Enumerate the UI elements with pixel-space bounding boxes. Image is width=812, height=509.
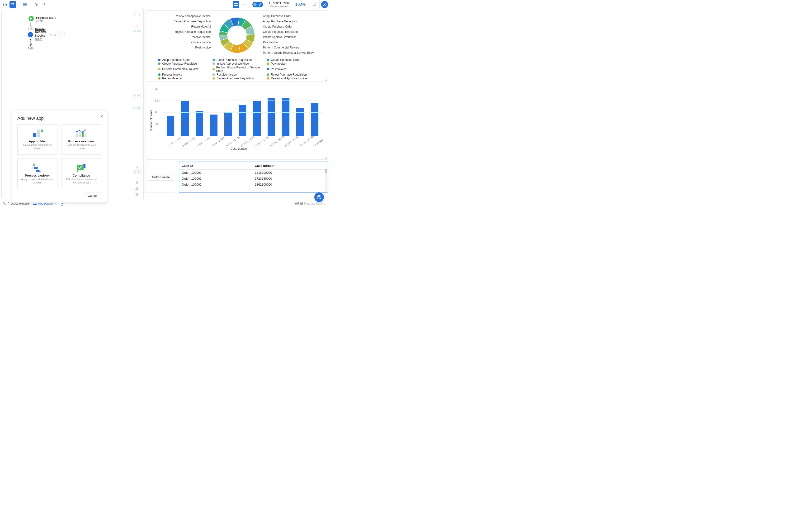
donut-label: Initiate Approval Workflow — [263, 35, 296, 39]
legend-item[interactable]: Initiate Approval Workflow — [213, 62, 261, 65]
bar[interactable] — [311, 103, 319, 136]
svg-rect-54 — [77, 170, 78, 172]
te-tile[interactable]: TE — [9, 1, 16, 8]
svg-rect-7 — [5, 5, 5, 6]
bar[interactable] — [267, 98, 275, 136]
legend-item[interactable]: Pay Invoice — [267, 62, 316, 65]
user-avatar[interactable] — [321, 1, 328, 8]
donut-label: Review and Approve Invoice — [175, 14, 211, 18]
card-process-explorer[interactable]: Process explorer Analyze and understand … — [17, 159, 58, 189]
left-pane: Process start 13.93k 8.08k Create Purcha… — [0, 9, 144, 200]
legend-item[interactable]: Create Purchase Order — [267, 58, 316, 62]
table-row[interactable]: Order_1000021862100000 — [179, 181, 328, 188]
top-bar: TE + 13.93k/13.93k Cases selected 100% — [0, 0, 330, 9]
legend-item[interactable]: Perform Goods Receipt or Service Entry — [213, 66, 261, 72]
legend-item[interactable]: Perform Commercial Review — [158, 66, 207, 72]
collapse-icon[interactable] — [4, 195, 8, 195]
visibility-toggle[interactable] — [252, 2, 263, 7]
svg-rect-0 — [3, 3, 4, 3]
brand-label: ARISProcess Mining — [295, 202, 325, 205]
bar-chart[interactable]: 05001k1.5k2k — [162, 89, 323, 136]
x-axis-label: Case duration — [154, 147, 325, 150]
svg-point-25 — [136, 189, 137, 190]
settings-icon[interactable] — [135, 181, 139, 184]
table-row[interactable]: Order_1000001818900000 — [179, 170, 328, 176]
bar[interactable] — [238, 105, 246, 136]
legend-item[interactable]: Return Material — [158, 77, 207, 80]
legend-item[interactable]: Review Purchase Requisition — [213, 77, 261, 80]
legend-item[interactable]: Adapt Purchase Requisition — [213, 58, 261, 62]
table-row[interactable]: Order_1000011723680000 — [179, 176, 328, 181]
card-compliance[interactable]: Compliance Calculate the compliance of y… — [61, 159, 101, 189]
arrow-down-icon[interactable]: ↓ — [136, 100, 138, 104]
bar[interactable] — [181, 101, 189, 136]
x-tick-label: 21.02d - 23.35d — [298, 140, 306, 147]
legend-item[interactable]: Review and Approve Invoice — [267, 77, 316, 80]
svg-rect-4 — [5, 4, 5, 5]
node-dot-icon[interactable] — [136, 25, 138, 27]
legend-item[interactable]: Process Invoice — [158, 73, 207, 76]
resize-handle-icon[interactable]: ◢ — [325, 78, 327, 81]
chevron-down-icon[interactable] — [240, 1, 247, 8]
table-row: Button name Case ID Case duration Order_… — [146, 162, 328, 193]
canvas-side-controls: 87.2% −+ ↓ 62.8% −+ — [134, 12, 140, 197]
cases-table[interactable]: Case ID Case duration Order_100000181890… — [179, 162, 328, 193]
svg-point-23 — [136, 183, 137, 184]
node-dot-icon[interactable] — [136, 166, 138, 168]
donut-chart[interactable]: Adapt Purchase OrderAdapt Purchase Requi… — [149, 12, 325, 58]
bar[interactable] — [282, 98, 289, 136]
cancel-button[interactable]: Cancel — [84, 192, 101, 199]
svg-rect-61 — [35, 204, 37, 205]
donut-label: Adapt Purchase Order — [263, 14, 291, 18]
svg-line-28 — [137, 188, 138, 189]
hierarchy-icon[interactable] — [135, 187, 139, 191]
svg-rect-1 — [5, 3, 5, 3]
close-icon[interactable]: ✕ — [100, 114, 103, 118]
bar[interactable] — [210, 114, 218, 136]
node-start[interactable]: Process start 13.93k 8.08k — [36, 16, 56, 22]
legend-item[interactable]: Reject Purchase Requisition — [267, 73, 316, 76]
fit-icon[interactable] — [135, 12, 140, 17]
svg-line-57 — [4, 203, 5, 204]
x-tick-label: 14.04d - 16.37d — [255, 140, 263, 147]
legend-item[interactable]: Adapt Purchase Order — [158, 58, 207, 62]
bar[interactable] — [253, 101, 261, 136]
col-case-id[interactable]: Case ID — [179, 162, 252, 170]
zoom-controls[interactable]: −+ — [134, 170, 141, 174]
svg-rect-38 — [79, 133, 81, 137]
bar[interactable] — [224, 112, 232, 136]
svg-point-17 — [324, 3, 325, 4]
x-tick-label: 0.07d - 2.40d — [167, 140, 175, 147]
generic-button[interactable]: Button name — [148, 174, 174, 180]
list-icon[interactable] — [135, 193, 139, 197]
bar[interactable] — [196, 111, 203, 136]
apps-grid-icon[interactable] — [2, 1, 8, 8]
filter-icon[interactable] — [34, 1, 40, 8]
card-app-builder[interactable]: + App builder A new app is waiting to be… — [17, 124, 58, 155]
zoom-controls[interactable]: −+ — [134, 94, 141, 97]
svg-rect-40 — [84, 134, 86, 137]
node-dot-icon[interactable] — [136, 89, 138, 91]
legend-item[interactable]: Receive Invoice — [213, 73, 261, 76]
add-filter-icon[interactable]: + — [41, 1, 48, 8]
col-case-duration[interactable]: Case duration — [252, 162, 328, 170]
scrollbar[interactable] — [325, 169, 327, 191]
svg-point-63 — [319, 198, 319, 199]
donut-label: Perform Commercial Review — [263, 46, 299, 49]
side-pct-1: 87.2% — [133, 30, 141, 33]
help-fab[interactable] — [315, 193, 324, 202]
menu-icon[interactable] — [22, 1, 28, 8]
donut-label: Post Invoice — [195, 46, 211, 49]
bar[interactable] — [167, 116, 174, 136]
right-pane: Adapt Purchase OrderAdapt Purchase Requi… — [144, 9, 330, 200]
svg-rect-32 — [33, 133, 36, 137]
svg-line-27 — [136, 188, 137, 189]
card-process-overview[interactable]: Process overview Gain key insights into … — [61, 124, 101, 155]
legend-item[interactable]: Create Purchase Requisition — [158, 62, 207, 65]
resize-handle-icon[interactable]: ◢ — [325, 156, 327, 159]
layout-icon[interactable] — [233, 1, 239, 8]
gridline: 2k — [162, 89, 323, 89]
legend-item[interactable]: Post Invoice — [267, 66, 316, 72]
donut-panel: Adapt Purchase OrderAdapt Purchase Requi… — [146, 10, 328, 82]
bookmark-icon[interactable] — [311, 1, 318, 8]
